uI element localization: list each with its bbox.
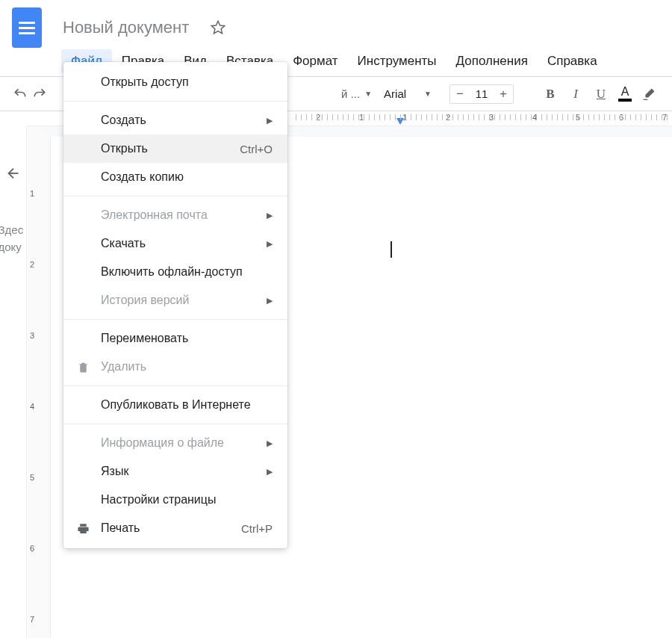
file-menu-item[interactable]: Открыть доступ	[63, 68, 287, 96]
vruler-tick-label: 1	[30, 189, 34, 198]
menu-item-label: Скачать	[101, 237, 146, 250]
menu-shortcut: Ctrl+O	[240, 143, 273, 155]
outline-collapse-button[interactable]	[5, 165, 22, 185]
menu-item-label: Открыть	[101, 142, 148, 155]
vruler-tick-label: 7	[30, 615, 34, 624]
menu-separator	[63, 319, 287, 320]
bold-button[interactable]: B	[541, 84, 560, 104]
menu-item-label: Информация о файле	[101, 436, 224, 450]
vruler-tick-label: 4	[30, 402, 34, 411]
trash-icon	[75, 359, 90, 374]
menu-item-label: Язык	[101, 465, 128, 478]
text-cursor	[391, 241, 392, 258]
menu-item-label: Печать	[101, 521, 140, 535]
menu-separator	[63, 101, 287, 102]
menu-item-label: Опубликовать в Интернете	[101, 398, 251, 412]
file-menu-item[interactable]: Переименовать	[63, 324, 287, 353]
highlight-button[interactable]	[639, 84, 659, 104]
file-menu-item[interactable]: Создать▶	[63, 106, 287, 134]
menu-separator	[63, 424, 287, 424]
italic-button[interactable]: I	[566, 84, 585, 104]
menu-separator	[63, 196, 287, 196]
menu-separator	[63, 385, 287, 386]
file-menu-item[interactable]: Создать копию	[63, 163, 287, 191]
file-menu-item[interactable]: Опубликовать в Интернете	[63, 391, 287, 419]
chevron-down-icon: ▼	[424, 90, 432, 98]
submenu-arrow-icon: ▶	[267, 239, 273, 249]
submenu-arrow-icon: ▶	[267, 116, 273, 126]
vruler-tick-label: 3	[30, 331, 34, 340]
docs-logo-icon[interactable]	[12, 7, 42, 48]
font-size-value[interactable]: 11	[470, 87, 494, 100]
ruler-tick-label: 1	[402, 113, 407, 122]
document-title[interactable]: Новый документ	[63, 18, 189, 37]
styles-dropdown[interactable]: й ... ▼	[341, 87, 372, 100]
menu-item-label: История версий	[101, 294, 189, 307]
submenu-arrow-icon: ▶	[267, 467, 273, 477]
vruler-tick-label: 2	[30, 260, 34, 269]
file-menu-item: История версий▶	[63, 286, 287, 315]
menu-формат[interactable]: Формат	[283, 49, 347, 73]
file-menu-dropdown: Открыть доступСоздать▶ОткрытьCtrl+OСозда…	[63, 62, 287, 548]
redo-button[interactable]	[31, 86, 48, 102]
menu-item-label: Настройки страницы	[101, 493, 216, 507]
ruler-tick-label: 2	[446, 113, 450, 122]
file-menu-item[interactable]: ПечатьCtrl+P	[63, 514, 287, 542]
menu-item-label: Электронная почта	[101, 208, 208, 222]
font-size-decrease-button[interactable]: −	[450, 85, 470, 103]
text-color-icon: A	[621, 86, 629, 98]
chevron-down-icon: ▼	[364, 90, 372, 98]
file-menu-item[interactable]: ОткрытьCtrl+O	[63, 134, 287, 163]
file-menu-item: Информация о файле▶	[63, 429, 287, 457]
vruler-tick-label: 6	[30, 544, 34, 553]
file-menu-item[interactable]: Настройки страницы	[63, 486, 287, 514]
menu-shortcut: Ctrl+P	[241, 522, 273, 535]
file-menu-item: Электронная почта▶	[63, 201, 287, 229]
menu-item-label: Открыть доступ	[101, 75, 189, 89]
font-size-stepper: − 11 +	[449, 84, 514, 104]
vertical-ruler[interactable]: 1234567	[27, 126, 42, 638]
submenu-arrow-icon: ▶	[267, 439, 273, 448]
styles-label: й ...	[341, 87, 360, 100]
font-size-increase-button[interactable]: +	[494, 85, 513, 103]
menu-инструменты[interactable]: Инструменты	[348, 49, 447, 73]
menu-item-label: Создать копию	[101, 170, 184, 184]
vruler-tick-label: 5	[30, 473, 34, 482]
underline-button[interactable]: U	[591, 84, 611, 104]
menu-item-label: Переименовать	[101, 332, 188, 345]
print-icon	[75, 521, 90, 536]
menu-дополнения[interactable]: Дополнения	[447, 49, 538, 73]
menu-item-label: Включить офлайн-доступ	[101, 265, 243, 279]
file-menu-item: Удалить	[63, 353, 287, 381]
file-menu-item[interactable]: Язык▶	[63, 457, 287, 486]
submenu-arrow-icon: ▶	[267, 296, 273, 306]
star-icon[interactable]	[210, 19, 226, 36]
file-menu-item[interactable]: Скачать▶	[63, 229, 287, 258]
menu-item-label: Создать	[101, 114, 146, 127]
file-menu-item[interactable]: Включить офлайн-доступ	[63, 258, 287, 286]
text-color-button[interactable]: A	[615, 84, 635, 104]
font-family-dropdown[interactable]: Arial ▼	[384, 87, 432, 100]
menu-item-label: Удалить	[101, 360, 146, 374]
undo-button[interactable]	[12, 86, 28, 102]
submenu-arrow-icon: ▶	[267, 211, 273, 220]
font-family-label: Arial	[384, 87, 406, 100]
outline-panel: Здес доку	[0, 126, 27, 638]
menu-справка[interactable]: Справка	[538, 49, 607, 73]
